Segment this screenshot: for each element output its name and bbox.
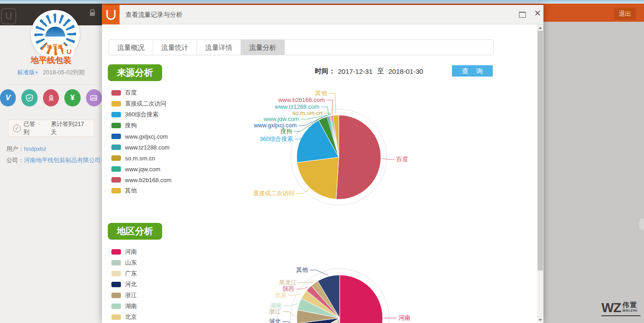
legend-item[interactable]: 百度 <box>111 87 172 98</box>
pie-label: www.b2b168.com <box>278 96 325 103</box>
legend-swatch <box>111 134 121 139</box>
legend-swatch <box>111 112 121 117</box>
legend-label: www.b2b168.com <box>125 177 172 183</box>
legend-swatch <box>111 188 121 193</box>
close-icon[interactable]: × <box>532 7 543 19</box>
dialog-body: 流量概况 流量统计 流量详情 流量分析 来源分析 时间： 2017-12-31 … <box>102 24 543 323</box>
legend-label: 广东 <box>125 270 137 278</box>
shield-check-icon[interactable] <box>21 89 37 106</box>
legend-label: 其他 <box>125 187 137 195</box>
legend-label: www.tz1288.com <box>125 144 169 151</box>
legend-swatch <box>111 145 121 150</box>
region-pie-chart[interactable]: 其他黑龙江陕西北京湖南浙江河北河南 <box>238 242 451 323</box>
legend-label: www.gxljxcj.com <box>125 133 168 140</box>
divider <box>6 84 95 85</box>
legend-item[interactable]: 直接或二次访问 <box>111 98 172 109</box>
pie-label-line <box>283 312 295 317</box>
vertical-scrollbar[interactable] <box>537 24 543 323</box>
watermark-sub: WEIZHI <box>622 309 638 313</box>
pie-label-line <box>296 287 308 289</box>
legend-item[interactable]: 其他 <box>111 185 172 196</box>
legend-item[interactable]: www.tz1288.com <box>111 142 172 153</box>
tab-traffic-analysis[interactable]: 流量分析 <box>241 40 285 55</box>
v-badge-icon[interactable]: V <box>0 89 16 106</box>
date-to-label: 至 <box>377 67 384 76</box>
check-circle-icon: ✓ <box>13 125 21 132</box>
signin-status: 已签到 <box>24 120 41 136</box>
traffic-analysis-dialog: 查看流量记录与分析 × 流量概况 流量统计 流量详情 流量分析 来源分析 时间：… <box>102 5 543 323</box>
legend-swatch <box>111 155 121 161</box>
legend-swatch <box>111 304 121 309</box>
legend-item[interactable]: 湖南 <box>111 301 137 312</box>
pie-label: 河北 <box>269 318 281 323</box>
dialog-title: 查看流量记录与分析 <box>125 5 183 24</box>
legend-item[interactable]: www.gxljxcj.com <box>111 131 172 142</box>
legend-label: 湖南 <box>125 302 137 310</box>
modal-backdrop <box>543 22 644 323</box>
tabs-bar: 流量概况 流量统计 流量详情 流量分析 <box>109 39 494 55</box>
legend-item[interactable]: 河南 <box>111 246 137 257</box>
region-analysis-header: 地区分析 <box>108 223 162 240</box>
legend-item[interactable]: 浙江 <box>111 290 137 301</box>
company-link[interactable]: 河南地平线包装制品有限公司 <box>24 157 101 164</box>
pie-label-line <box>284 304 298 306</box>
medal-icon[interactable] <box>43 89 59 106</box>
date-start-value[interactable]: 2017-12-31 <box>338 67 373 75</box>
logout-button[interactable]: 退出 <box>614 8 636 20</box>
source-analysis-header: 来源分析 <box>108 64 162 81</box>
legend-item[interactable]: 广东 <box>111 268 137 279</box>
username-link[interactable]: hndpxbz <box>24 145 46 152</box>
logo-inner-disc: 地平线 <box>43 23 67 46</box>
pie-label: 河南 <box>399 314 410 321</box>
scroll-down-arrow[interactable] <box>537 317 543 323</box>
legend-item[interactable]: 河北 <box>111 279 137 290</box>
tab-traffic-stats[interactable]: 流量统计 <box>153 40 197 55</box>
scroll-up-arrow[interactable] <box>537 24 543 31</box>
gallery-icon[interactable] <box>86 89 102 106</box>
legend-label: 北京 <box>125 313 137 321</box>
legend-label: 直接或二次访问 <box>125 100 166 108</box>
legend-item[interactable]: 360综合搜索 <box>111 109 172 120</box>
legend-item[interactable]: 搜狗 <box>111 120 172 131</box>
legend-item[interactable]: so.m.sm.cn <box>111 153 172 164</box>
yuan-icon[interactable]: ¥ <box>64 89 80 106</box>
legend-swatch <box>111 249 121 255</box>
time-label: 时间： <box>315 67 335 76</box>
plan-link[interactable]: 标准版+ <box>17 69 38 76</box>
pie-slice-1[interactable] <box>340 275 383 323</box>
pie-label: 浙江 <box>269 308 281 315</box>
legend-swatch <box>111 101 121 106</box>
legend-item[interactable]: www.jqw.com <box>111 164 172 174</box>
source-pie-chart[interactable]: 其他www.b2b168.comwww.tz1288.comso.m.sm.cn… <box>238 83 451 212</box>
pie-label-line <box>296 189 309 193</box>
tab-traffic-overview[interactable]: 流量概况 <box>109 40 153 55</box>
tab-traffic-details[interactable]: 流量详情 <box>197 40 241 55</box>
company-label: 公司： <box>6 157 24 164</box>
pie-slice-1[interactable] <box>336 115 381 199</box>
legend-label: 搜狗 <box>125 121 137 130</box>
legend-swatch <box>111 123 121 128</box>
plan-expiry-row: 标准版+2018-05-02到期 <box>0 68 102 77</box>
signin-total: 累计签到217天 <box>51 120 89 136</box>
region-legend: 河南山东广东河北浙江湖南北京 <box>111 246 137 323</box>
legend-label: 河南 <box>125 248 137 256</box>
legend-item[interactable]: 北京 <box>111 312 137 323</box>
legend-label: 山东 <box>125 259 137 267</box>
user-label: 用户： <box>6 145 24 152</box>
u-logo-watermark-icon: U <box>1 8 16 24</box>
pie-label: 百度 <box>396 156 408 163</box>
legend-item[interactable]: www.b2b168.com <box>111 174 172 185</box>
query-button[interactable]: 查 询 <box>452 65 493 77</box>
date-end-value[interactable]: 2018-01-30 <box>389 67 423 75</box>
signin-panel[interactable]: ✓ 已签到 累计签到217天 <box>8 120 94 137</box>
legend-swatch <box>111 314 121 320</box>
browser-top-strip <box>0 0 644 4</box>
watermark-brand: 伟置 <box>622 301 638 309</box>
pie-label-line <box>295 137 301 139</box>
scrollbar-thumb[interactable] <box>538 31 543 270</box>
maximize-button[interactable] <box>519 12 526 18</box>
pie-label-line <box>382 159 394 159</box>
legend-item[interactable]: 山东 <box>111 257 137 268</box>
pie-label: 360综合搜索 <box>260 135 293 142</box>
sidebar: U 地平线 U 地平线包装 标准版+2018-05-02到期 V ¥ ✓ 已签到… <box>0 4 102 323</box>
